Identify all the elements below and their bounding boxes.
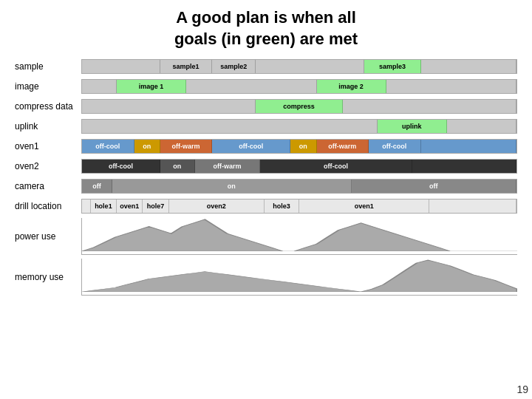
segment: oven1 — [299, 200, 429, 213]
segment — [421, 140, 516, 153]
timeline-bar-sample: sample1sample2sample3 — [81, 59, 517, 74]
chart-rows: power usememory use — [15, 218, 517, 296]
row-label-drill-location: drill location — [15, 201, 81, 211]
chart-label-memory-use: memory use — [15, 272, 81, 282]
chart-svg-memory-use — [82, 259, 517, 292]
segment: off-warm — [160, 140, 213, 153]
timeline-bar-oven1: off-coolonoff-warmoff-coolonoff-warmoff-… — [81, 139, 517, 154]
segment: off-cool — [212, 140, 290, 153]
chart-label-power-use: power use — [15, 231, 81, 242]
chart-svg-power-use — [82, 218, 517, 251]
timeline-row-camera: cameraoffonoff — [15, 178, 517, 194]
segment — [343, 100, 516, 113]
segment — [82, 60, 160, 73]
timeline-row-image: imageimage 1image 2 — [15, 78, 517, 95]
segment — [82, 80, 117, 93]
slide-title: A good plan is when all goals (in green)… — [15, 7, 517, 50]
segment: off-cool — [369, 140, 421, 153]
timeline-bar-drill-location: hole1oven1hole7oven2hole3oven1 — [81, 199, 517, 214]
slide-container: A good plan is when all goals (in green)… — [0, 0, 532, 399]
segment — [421, 60, 516, 73]
timeline-row-sample: samplesample1sample2sample3 — [15, 58, 517, 75]
row-label-compress: compress data — [15, 101, 81, 112]
timeline-rows: samplesample1sample2sample3imageimage 1i… — [15, 58, 517, 214]
segment — [429, 200, 516, 213]
chart-row-memory-use: memory use — [15, 259, 517, 296]
timeline-row-uplink: uplinkuplink — [15, 118, 517, 134]
timeline-bar-compress: compress — [81, 99, 517, 114]
timeline-row-drill-location: drill locationhole1oven1hole7oven2hole3o… — [15, 198, 517, 214]
segment: off — [82, 180, 112, 193]
slide-number: 19 — [516, 383, 528, 395]
segment: hole3 — [265, 200, 299, 213]
segment: off-cool — [82, 140, 134, 153]
chart-row-power-use: power use — [15, 218, 517, 255]
segment: off-cool — [82, 160, 160, 173]
segment: on — [134, 140, 160, 153]
segment: sample2 — [212, 60, 256, 73]
segment: on — [290, 140, 316, 153]
timeline-bar-camera: offonoff — [81, 179, 517, 194]
row-label-uplink: uplink — [15, 121, 81, 132]
segment: image 2 — [317, 80, 386, 93]
segment: sample1 — [160, 60, 213, 73]
segment: sample3 — [364, 60, 420, 73]
segment: uplink — [378, 120, 447, 133]
segment: oven1 — [117, 200, 143, 213]
chart-area-power-use — [81, 218, 517, 255]
timeline-bar-uplink: uplink — [81, 119, 517, 134]
segment: on — [112, 180, 351, 193]
row-label-oven1: oven1 — [15, 141, 81, 151]
row-label-oven2: oven2 — [15, 161, 81, 171]
timeline-bar-image: image 1image 2 — [81, 79, 517, 94]
segment: hole7 — [143, 200, 168, 213]
timeline-bar-oven2: off-coolonoff-warmoff-cool — [81, 159, 517, 174]
segment — [82, 200, 91, 213]
segment — [447, 120, 516, 133]
segment: image 1 — [117, 80, 186, 93]
segment: hole1 — [91, 200, 117, 213]
segment: off — [352, 180, 516, 193]
timeline-row-oven1: oven1off-coolonoff-warmoff-coolonoff-war… — [15, 138, 517, 154]
segment: oven2 — [169, 200, 265, 213]
title-line1: A good plan is when all — [176, 8, 356, 27]
timeline-row-compress: compress datacompress — [15, 98, 517, 115]
row-label-camera: camera — [15, 181, 81, 191]
timeline-row-oven2: oven2off-coolonoff-warmoff-cool — [15, 158, 517, 174]
row-label-image: image — [15, 81, 81, 92]
chart-area-memory-use — [81, 259, 517, 296]
segment: off-warm — [317, 140, 369, 153]
segment: off-warm — [195, 160, 260, 173]
segment — [256, 60, 364, 73]
segment — [386, 80, 516, 93]
segment: on — [160, 160, 195, 173]
row-label-sample: sample — [15, 61, 81, 72]
segment — [186, 80, 316, 93]
segment: compress — [256, 100, 343, 113]
segment — [82, 120, 378, 133]
segment — [412, 160, 516, 173]
title-line2: goals (in green) are met — [174, 30, 358, 48]
segment: off-cool — [260, 160, 412, 173]
segment — [82, 100, 256, 113]
